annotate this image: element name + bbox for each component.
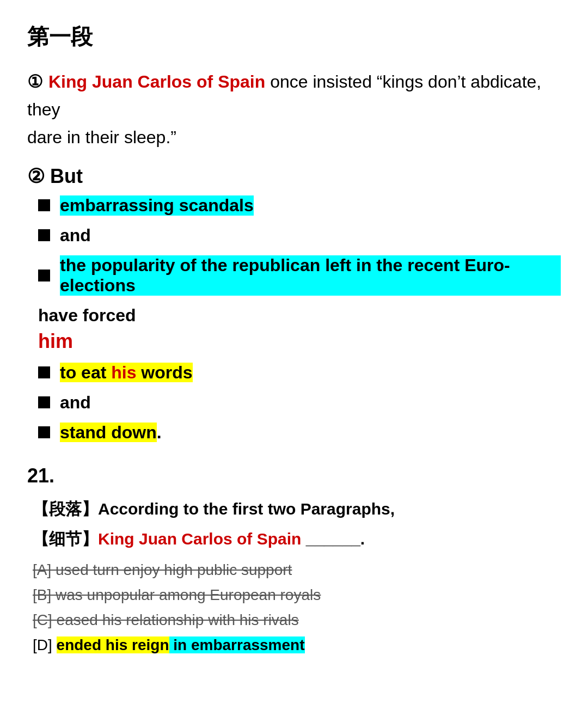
bullet4-text: stand down. — [60, 423, 162, 443]
king-name-para1: King Juan Carlos of Spain — [48, 72, 265, 91]
bullet-2: the popularity of the republican left in… — [38, 255, 561, 296]
bullet-3: to eat his words — [38, 363, 561, 383]
bullet-1: embarrassing scandals — [38, 195, 561, 216]
bullet-square-4 — [38, 426, 50, 438]
bullet-square-2 — [38, 270, 50, 281]
bracket-xi-suffix: ______. — [301, 530, 365, 548]
bullet-square-3 — [38, 366, 50, 378]
choice-b: [B] was unpopular among European royals — [33, 586, 561, 604]
para1-line2: dare in their sleep.” — [27, 127, 176, 147]
bullet3-prefix: to eat — [60, 363, 111, 382]
choice-a-text: used turn enjoy high public support — [56, 561, 292, 578]
choice-d-suffix: in embarrassment — [169, 636, 305, 653]
choice-d: [D] ended his reign in embarrassment — [33, 636, 561, 654]
bracket-duan-text: According to the first two Paragraphs, — [98, 500, 395, 518]
bullet3-suffix: words — [136, 363, 192, 382]
bullet2-text: the popularity of the republican left in… — [60, 255, 561, 296]
have-forced: have forced — [38, 305, 561, 326]
para2-num: ② — [27, 162, 45, 191]
bracket-duan: 【段落】According to the first two Paragraph… — [33, 498, 561, 521]
bullet-square-1 — [38, 199, 50, 211]
choice-c-bracket: [C] — [33, 611, 57, 628]
choice-a: [A] used turn enjoy high public support — [33, 561, 561, 579]
bullet3-red: his — [111, 363, 136, 382]
paragraph-2: ② But — [27, 162, 561, 191]
bullet-4: stand down. — [38, 423, 561, 443]
para2-but: But — [50, 162, 83, 191]
choice-c: [C] eased his relationship with his riva… — [33, 611, 561, 629]
bullet4-highlighted: stand down — [60, 423, 157, 442]
bullet-square-and1 — [38, 229, 50, 241]
bracket-xi-label: 【细节】 — [33, 530, 98, 548]
and-2: and — [38, 393, 561, 413]
bracket-xi-red: King Juan Carlos of Spain — [98, 530, 301, 548]
bracket-duan-label: 【段落】 — [33, 500, 98, 518]
bullet-square-and2 — [38, 396, 50, 408]
choice-a-bracket: [A] — [33, 561, 56, 578]
para1-num: ① — [27, 72, 43, 91]
him-text: him — [38, 330, 561, 353]
bracket-xi: 【细节】King Juan Carlos of Spain ______. — [33, 528, 561, 550]
question-num: 21. — [27, 464, 561, 487]
choice-d-prefix: ended his reign — [57, 636, 169, 653]
choice-b-bracket: [B] — [33, 586, 56, 603]
bullet3-content: to eat his words — [60, 363, 193, 383]
choice-d-bracket: [D] — [33, 636, 57, 653]
choice-b-text: was unpopular among European royals — [56, 586, 321, 603]
and2-text: and — [60, 393, 91, 413]
and-1: and — [38, 225, 561, 246]
bullet1-text: embarrassing scandals — [60, 195, 254, 216]
bullet4-period: . — [157, 423, 162, 442]
section-title: 第一段 — [27, 22, 561, 52]
paragraph-1: ①King Juan Carlos of Spain once insisted… — [27, 68, 561, 152]
and1-text: and — [60, 225, 91, 246]
choice-c-text: eased his relationship with his rivals — [57, 611, 299, 628]
